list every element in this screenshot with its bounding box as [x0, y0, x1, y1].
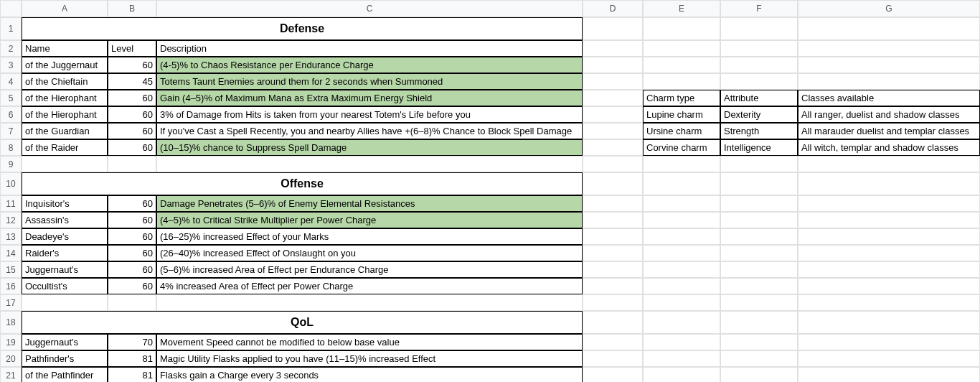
cell-r2c6[interactable] [720, 40, 798, 57]
charm-header-type[interactable]: Charm type [643, 90, 720, 106]
cell-r9c7[interactable] [798, 156, 980, 172]
row-header-20[interactable]: 20 [0, 350, 22, 367]
table-cell[interactable]: 45 [108, 73, 156, 90]
cell-r14c5[interactable] [643, 245, 720, 261]
header-description[interactable]: Description [156, 40, 583, 57]
row-header-19[interactable]: 19 [0, 334, 22, 350]
charm-cell[interactable]: Lupine charm [643, 106, 720, 123]
row-header-16[interactable]: 16 [0, 278, 22, 294]
cell-r21c7[interactable] [798, 367, 980, 382]
table-cell[interactable]: 60 [108, 57, 156, 73]
charm-cell[interactable]: Intelligence [720, 139, 798, 156]
charm-header-classes[interactable]: Classes available [798, 90, 980, 106]
col-header-A[interactable]: A [22, 0, 108, 17]
cell-r8c4[interactable] [583, 139, 643, 156]
charm-cell[interactable]: All marauder duelist and templar classes [798, 123, 980, 139]
cell-r3c7[interactable] [798, 57, 980, 73]
charm-cell[interactable]: Dexterity [720, 106, 798, 123]
cell-r9c4[interactable] [583, 156, 643, 172]
cell-r2c7[interactable] [798, 40, 980, 57]
cell-r11c7[interactable] [798, 195, 980, 212]
cell-r15c7[interactable] [798, 261, 980, 278]
cell-r7c4[interactable] [583, 123, 643, 139]
cell-r12c5[interactable] [643, 212, 720, 228]
cell-r1c4[interactable] [583, 17, 643, 40]
table-cell[interactable]: 60 [108, 139, 156, 156]
cell-r17c6[interactable] [720, 294, 798, 311]
cell-r18c4[interactable] [583, 311, 643, 334]
table-cell[interactable]: 60 [108, 228, 156, 245]
row-header-18[interactable]: 18 [0, 311, 22, 334]
table-cell[interactable]: of the Hierophant [22, 90, 108, 106]
row-header-3[interactable]: 3 [0, 57, 22, 73]
cell-r10c7[interactable] [798, 172, 980, 195]
col-header-E[interactable]: E [643, 0, 720, 17]
cell-r16c4[interactable] [583, 278, 643, 294]
cell-r17c5[interactable] [643, 294, 720, 311]
table-cell[interactable]: 60 [108, 106, 156, 123]
table-cell[interactable]: of the Chieftain [22, 73, 108, 90]
table-cell[interactable]: Juggernaut's [22, 334, 108, 350]
table-cell[interactable]: (10–15)% chance to Suppress Spell Damage [156, 139, 583, 156]
table-cell[interactable]: Pathfinder's [22, 350, 108, 367]
table-cell[interactable]: (16–25)% increased Effect of your Marks [156, 228, 583, 245]
table-cell[interactable]: of the Guardian [22, 123, 108, 139]
cell-r16c6[interactable] [720, 278, 798, 294]
row-header-7[interactable]: 7 [0, 123, 22, 139]
header-level[interactable]: Level [108, 40, 156, 57]
cell-r13c6[interactable] [720, 228, 798, 245]
row-header-14[interactable]: 14 [0, 245, 22, 261]
cell-r13c7[interactable] [798, 228, 980, 245]
row-header-4[interactable]: 4 [0, 73, 22, 90]
table-cell[interactable]: of the Pathfinder [22, 367, 108, 382]
cell-r3c6[interactable] [720, 57, 798, 73]
cell-r3c4[interactable] [583, 57, 643, 73]
cell-r15c6[interactable] [720, 261, 798, 278]
table-cell[interactable]: (4–5)% to Critical Strike Multiplier per… [156, 212, 583, 228]
cell-r11c6[interactable] [720, 195, 798, 212]
cell-r17c3[interactable] [156, 294, 583, 311]
cell-r12c6[interactable] [720, 212, 798, 228]
cell-r9c6[interactable] [720, 156, 798, 172]
charm-cell[interactable]: All ranger, duelist and shadow classes [798, 106, 980, 123]
cell-r1c5[interactable] [643, 17, 720, 40]
cell-r10c6[interactable] [720, 172, 798, 195]
header-name[interactable]: Name [22, 40, 108, 57]
cell-r21c4[interactable] [583, 367, 643, 382]
table-cell[interactable]: 3% of Damage from Hits is taken from you… [156, 106, 583, 123]
cell-r10c4[interactable] [583, 172, 643, 195]
cell-r18c7[interactable] [798, 311, 980, 334]
row-header-17[interactable]: 17 [0, 294, 22, 311]
row-header-6[interactable]: 6 [0, 106, 22, 123]
cell-r21c5[interactable] [643, 367, 720, 382]
table-cell[interactable]: 81 [108, 367, 156, 382]
table-cell[interactable]: (26–40)% increased Effect of Onslaught o… [156, 245, 583, 261]
cell-r11c4[interactable] [583, 195, 643, 212]
row-header-1[interactable]: 1 [0, 17, 22, 40]
row-header-2[interactable]: 2 [0, 40, 22, 57]
table-cell[interactable]: 70 [108, 334, 156, 350]
table-cell[interactable]: Magic Utility Flasks applied to you have… [156, 350, 583, 367]
cell-r20c7[interactable] [798, 350, 980, 367]
cell-r10c5[interactable] [643, 172, 720, 195]
cell-r4c7[interactable] [798, 73, 980, 90]
table-cell[interactable]: Occultist's [22, 278, 108, 294]
cell-r1c6[interactable] [720, 17, 798, 40]
cell-r19c5[interactable] [643, 334, 720, 350]
table-cell[interactable]: Inquisitor's [22, 195, 108, 212]
cell-r18c6[interactable] [720, 311, 798, 334]
table-cell[interactable]: Juggernaut's [22, 261, 108, 278]
table-cell[interactable]: Flasks gain a Charge every 3 seconds [156, 367, 583, 382]
cell-r17c2[interactable] [108, 294, 156, 311]
table-cell[interactable]: Movement Speed cannot be modified to bel… [156, 334, 583, 350]
table-cell[interactable]: of the Hierophant [22, 106, 108, 123]
cell-r17c7[interactable] [798, 294, 980, 311]
table-cell[interactable]: 81 [108, 350, 156, 367]
charm-cell[interactable]: Ursine charm [643, 123, 720, 139]
cell-r16c7[interactable] [798, 278, 980, 294]
table-cell[interactable]: (5–6)% increased Area of Effect per Endu… [156, 261, 583, 278]
row-header-10[interactable]: 10 [0, 172, 22, 195]
cell-r9c3[interactable] [156, 156, 583, 172]
cell-r2c5[interactable] [643, 40, 720, 57]
cell-r9c1[interactable] [22, 156, 108, 172]
